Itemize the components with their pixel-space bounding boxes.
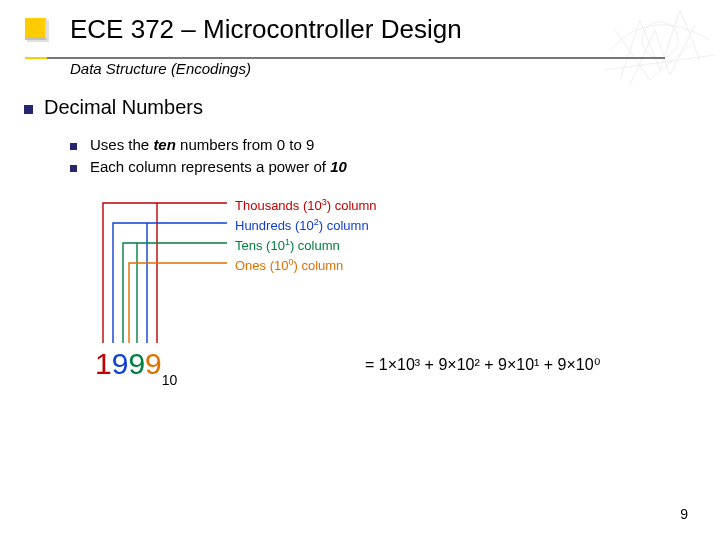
- bullet-square-icon: [70, 143, 77, 150]
- section-heading: Decimal Numbers: [44, 96, 203, 119]
- page-number: 9: [680, 506, 688, 522]
- header-accent-block: [25, 18, 47, 40]
- bullet-line-2: Each column represents a power of 10: [90, 158, 347, 175]
- background-sketch: [600, 0, 720, 90]
- example-number: 199910: [95, 347, 177, 384]
- bullet-square-icon: [70, 165, 77, 172]
- slide-title: ECE 372 – Microcontroller Design: [70, 14, 462, 45]
- bullet-line-1: Uses the ten numbers from 0 to 9: [90, 136, 314, 153]
- bullet-square-icon: [24, 105, 33, 114]
- expansion-equation: = 1×10³ + 9×10² + 9×10¹ + 9×10⁰: [365, 355, 600, 374]
- slide-subtitle: Data Structure (Encodings): [70, 60, 251, 77]
- place-value-diagram: Thousands (103) column Hundreds (102) co…: [95, 195, 635, 425]
- header-rule: [25, 57, 665, 59]
- svg-point-0: [642, 22, 678, 58]
